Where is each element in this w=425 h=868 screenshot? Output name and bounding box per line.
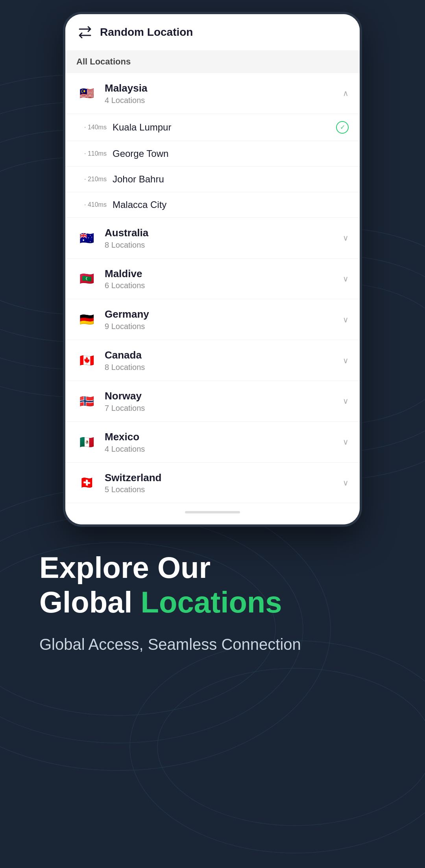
all-locations-header: All Locations xyxy=(65,50,360,73)
germany-count: 9 Locations xyxy=(105,322,343,331)
switzerland-chevron: ∨ xyxy=(343,478,349,487)
flag-australia: 🇦🇺 xyxy=(76,228,97,248)
phone-wrapper: Random Location All Locations 🇲🇾 Malaysi… xyxy=(0,0,425,527)
country-list: 🇲🇾 Malaysia 4 Locations ∧ · 140ms Kuala … xyxy=(65,73,360,503)
kl-name: Kuala Lumpur xyxy=(113,122,336,133)
phone-handle xyxy=(65,503,360,524)
johor-name: Johor Bahru xyxy=(113,174,349,185)
headline-line1: Explore Our xyxy=(39,551,211,584)
random-location-label: Random Location xyxy=(100,26,193,39)
malaysia-name: Malaysia xyxy=(105,82,343,95)
johor-ping: · 210ms xyxy=(84,176,108,183)
all-locations-label: All Locations xyxy=(76,57,131,66)
canada-info: Canada 8 Locations xyxy=(105,349,343,372)
handle-bar xyxy=(185,511,240,513)
malacca-name: Malacca City xyxy=(113,199,349,210)
norway-chevron: ∨ xyxy=(343,396,349,406)
norway-name: Norway xyxy=(105,390,343,403)
canada-chevron: ∨ xyxy=(343,356,349,365)
mexico-count: 4 Locations xyxy=(105,445,343,454)
germany-name: Germany xyxy=(105,308,343,321)
malaysia-info: Malaysia 4 Locations xyxy=(105,82,343,105)
canada-name: Canada xyxy=(105,349,343,362)
headline-line2-black: Global xyxy=(39,585,141,619)
mexico-chevron: ∨ xyxy=(343,437,349,447)
malaysia-chevron: ∧ xyxy=(343,88,349,98)
country-row-norway[interactable]: 🇳🇴 Norway 7 Locations ∨ xyxy=(65,381,360,422)
city-row-kl[interactable]: · 140ms Kuala Lumpur ✓ xyxy=(65,114,360,141)
bottom-section: Explore Our Global Locations Global Acce… xyxy=(0,527,425,687)
random-location-icon xyxy=(76,24,94,41)
flag-switzerland: 🇨🇭 xyxy=(76,473,97,493)
flag-maldive: 🇲🇻 xyxy=(76,268,97,289)
george-name: George Town xyxy=(113,148,349,159)
switzerland-name: Switzerland xyxy=(105,471,343,485)
switzerland-count: 5 Locations xyxy=(105,485,343,494)
australia-name: Australia xyxy=(105,226,343,240)
phone-frame: Random Location All Locations 🇲🇾 Malaysi… xyxy=(63,12,362,527)
headline: Explore Our Global Locations xyxy=(39,550,386,619)
kl-active-check: ✓ xyxy=(336,121,349,134)
city-row-malacca[interactable]: · 410ms Malacca City xyxy=(65,192,360,218)
flag-mexico: 🇲🇽 xyxy=(76,432,97,452)
subheadline: Global Access, Seamless Connection xyxy=(39,633,386,655)
germany-chevron: ∨ xyxy=(343,315,349,324)
flag-norway: 🇳🇴 xyxy=(76,391,97,411)
malaysia-count: 4 Locations xyxy=(105,96,343,105)
mexico-name: Mexico xyxy=(105,430,343,444)
australia-count: 8 Locations xyxy=(105,241,343,250)
germany-info: Germany 9 Locations xyxy=(105,308,343,331)
mexico-info: Mexico 4 Locations xyxy=(105,430,343,454)
country-row-australia[interactable]: 🇦🇺 Australia 8 Locations ∨ xyxy=(65,218,360,259)
australia-info: Australia 8 Locations xyxy=(105,226,343,250)
random-location-row[interactable]: Random Location xyxy=(65,14,360,50)
kl-ping: · 140ms xyxy=(84,124,108,131)
country-row-maldive[interactable]: 🇲🇻 Maldive 6 Locations ∨ xyxy=(65,259,360,300)
norway-count: 7 Locations xyxy=(105,404,343,413)
flag-germany: 🇩🇪 xyxy=(76,309,97,330)
country-row-malaysia[interactable]: 🇲🇾 Malaysia 4 Locations ∧ xyxy=(65,73,360,114)
canada-count: 8 Locations xyxy=(105,363,343,372)
malacca-ping: · 410ms xyxy=(84,201,108,208)
svg-point-10 xyxy=(157,668,425,826)
country-row-germany[interactable]: 🇩🇪 Germany 9 Locations ∨ xyxy=(65,299,360,340)
country-row-mexico[interactable]: 🇲🇽 Mexico 4 Locations ∨ xyxy=(65,422,360,463)
country-row-canada[interactable]: 🇨🇦 Canada 8 Locations ∨ xyxy=(65,340,360,381)
headline-line2-accent: Locations xyxy=(141,585,282,619)
switzerland-info: Switzerland 5 Locations xyxy=(105,471,343,495)
city-row-johor[interactable]: · 210ms Johor Bahru xyxy=(65,167,360,192)
maldive-count: 6 Locations xyxy=(105,281,343,290)
norway-info: Norway 7 Locations xyxy=(105,390,343,413)
country-row-switzerland[interactable]: 🇨🇭 Switzerland 5 Locations ∨ xyxy=(65,463,360,504)
maldive-info: Maldive 6 Locations xyxy=(105,267,343,291)
maldive-name: Maldive xyxy=(105,267,343,281)
george-ping: · 110ms xyxy=(84,150,108,157)
australia-chevron: ∨ xyxy=(343,233,349,243)
flag-malaysia: 🇲🇾 xyxy=(76,83,97,103)
maldive-chevron: ∨ xyxy=(343,274,349,283)
city-row-george[interactable]: · 110ms George Town xyxy=(65,141,360,167)
flag-canada: 🇨🇦 xyxy=(76,350,97,371)
